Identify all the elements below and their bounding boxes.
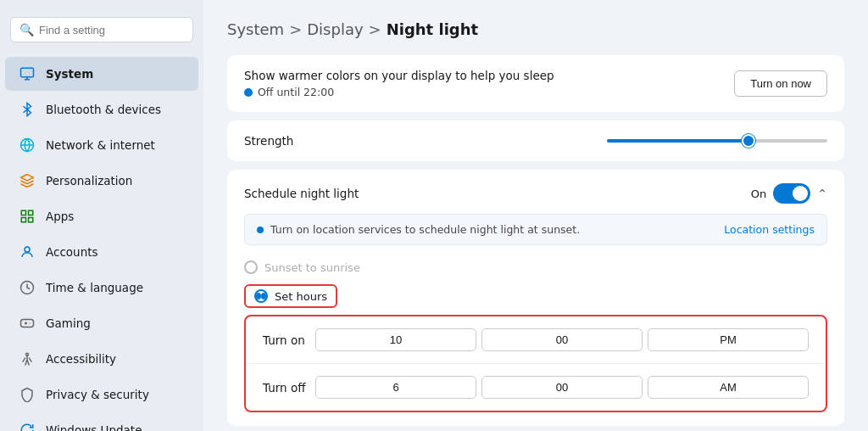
sidebar-item-apps[interactable]: Apps xyxy=(5,199,198,233)
sidebar-label-apps: Apps xyxy=(46,210,74,223)
sidebar-label-system: System xyxy=(46,67,93,81)
strength-label: Strength xyxy=(244,134,293,148)
bluetooth-icon xyxy=(19,101,36,118)
breadcrumb-sep2: > xyxy=(369,20,381,38)
set-hours-option[interactable]: Set hours xyxy=(244,284,337,308)
sidebar-item-accounts[interactable]: Accounts xyxy=(5,235,198,269)
sidebar-item-network[interactable]: Network & internet xyxy=(5,128,198,162)
location-notice: Turn on location services to schedule ni… xyxy=(244,214,827,245)
turn-on-ampm-input[interactable] xyxy=(648,328,809,351)
svg-point-6 xyxy=(25,247,30,252)
turn-on-row: Turn on xyxy=(246,316,826,364)
location-notice-label: Turn on location services to schedule ni… xyxy=(270,223,580,236)
strength-slider[interactable] xyxy=(607,139,827,143)
overview-status: Off until 22:00 xyxy=(244,86,554,98)
breadcrumb-sep1: > xyxy=(289,20,302,38)
sidebar-item-accessibility[interactable]: Accessibility xyxy=(5,342,198,376)
breadcrumb-current: Night light xyxy=(387,20,478,38)
sidebar-label-time: Time & language xyxy=(46,281,143,294)
sidebar-label-personalization: Personalization xyxy=(46,174,132,188)
update-icon xyxy=(19,422,36,431)
schedule-toggle[interactable] xyxy=(773,183,810,204)
sidebar-label-accounts: Accounts xyxy=(46,245,98,259)
turn-on-inputs xyxy=(315,328,809,351)
schedule-label: Schedule night light xyxy=(244,187,359,200)
apps-icon xyxy=(19,208,36,225)
set-hours-radio[interactable] xyxy=(254,289,268,303)
turn-off-label: Turn off xyxy=(263,381,305,395)
overview-description: Show warmer colors on your display to he… xyxy=(244,69,554,82)
status-text: Off until 22:00 xyxy=(258,86,334,98)
sidebar-label-bluetooth: Bluetooth & devices xyxy=(46,103,161,116)
overview-left: Show warmer colors on your display to he… xyxy=(244,69,554,98)
svg-rect-3 xyxy=(29,210,33,215)
status-dot xyxy=(244,88,253,97)
chevron-up-icon[interactable]: ⌃ xyxy=(817,187,827,200)
sidebar: 🔍 System Bluetooth & devices Network & i… xyxy=(0,0,203,431)
network-icon xyxy=(19,137,36,154)
accessibility-icon xyxy=(19,350,36,367)
schedule-card: Schedule night light On ⌃ Turn on locati… xyxy=(227,170,844,426)
sidebar-item-gaming[interactable]: Gaming xyxy=(5,306,198,340)
search-input[interactable] xyxy=(39,24,184,36)
svg-rect-5 xyxy=(29,218,33,222)
sidebar-item-update[interactable]: Windows Update xyxy=(5,413,198,431)
sidebar-item-privacy[interactable]: Privacy & security xyxy=(5,378,198,411)
sidebar-item-bluetooth[interactable]: Bluetooth & devices xyxy=(5,92,198,126)
breadcrumb: System > Display > Night light xyxy=(227,20,844,38)
strength-slider-wrapper xyxy=(607,139,827,143)
sidebar-label-privacy: Privacy & security xyxy=(46,388,149,401)
night-light-overview-card: Show warmer colors on your display to he… xyxy=(227,55,844,112)
sidebar-item-time[interactable]: Time & language xyxy=(5,271,198,305)
strength-card: Strength xyxy=(227,120,844,161)
turn-off-hour-input[interactable] xyxy=(315,376,476,399)
gaming-icon xyxy=(19,315,36,332)
set-hours-radio-row: Set hours xyxy=(254,289,327,303)
sunset-label: Sunset to sunrise xyxy=(264,261,360,274)
sidebar-label-gaming: Gaming xyxy=(46,316,91,330)
system-icon xyxy=(19,65,36,82)
sidebar-label-update: Windows Update xyxy=(46,423,142,431)
time-icon xyxy=(19,279,36,296)
main-content: System > Display > Night light Show warm… xyxy=(203,0,868,431)
schedule-header: Schedule night light On ⌃ xyxy=(244,183,827,204)
breadcrumb-seg1[interactable]: System xyxy=(227,20,284,38)
turn-off-ampm-input[interactable] xyxy=(648,376,809,399)
turn-on-now-button[interactable]: Turn on now xyxy=(734,70,827,97)
schedule-state-label: On xyxy=(751,188,766,200)
sunset-option[interactable]: Sunset to sunrise xyxy=(244,255,827,279)
sidebar-label-network: Network & internet xyxy=(46,138,155,152)
time-table: Turn on Turn off xyxy=(244,315,827,412)
sidebar-label-accessibility: Accessibility xyxy=(46,352,116,366)
turn-off-row: Turn off xyxy=(246,364,826,411)
svg-rect-0 xyxy=(21,68,34,77)
turn-on-min-input[interactable] xyxy=(481,328,643,351)
location-settings-link[interactable]: Location settings xyxy=(724,223,815,236)
schedule-right: On ⌃ xyxy=(751,183,827,204)
svg-point-9 xyxy=(26,353,29,355)
privacy-icon xyxy=(19,386,36,403)
turn-off-inputs xyxy=(315,376,809,399)
sunset-radio[interactable] xyxy=(244,260,258,274)
turn-on-hour-input[interactable] xyxy=(315,328,476,351)
set-hours-label: Set hours xyxy=(275,290,327,303)
personalization-icon xyxy=(19,172,36,189)
info-dot xyxy=(257,227,264,233)
breadcrumb-seg2[interactable]: Display xyxy=(307,20,363,38)
svg-rect-2 xyxy=(21,210,25,215)
search-icon: 🔍 xyxy=(19,23,34,36)
sidebar-item-system[interactable]: System xyxy=(5,57,198,91)
accounts-icon xyxy=(19,243,36,260)
search-box[interactable]: 🔍 xyxy=(10,17,193,42)
sidebar-item-personalization[interactable]: Personalization xyxy=(5,164,198,198)
turn-on-label: Turn on xyxy=(263,333,305,347)
svg-rect-4 xyxy=(21,218,25,222)
turn-off-min-input[interactable] xyxy=(481,376,643,399)
location-notice-text: Turn on location services to schedule ni… xyxy=(257,223,580,236)
